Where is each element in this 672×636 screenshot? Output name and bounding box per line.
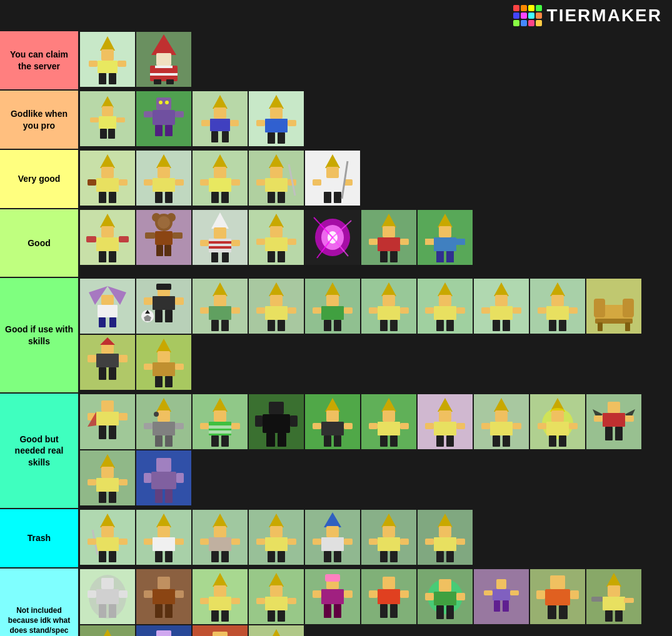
svg-rect-306 (101, 526, 114, 537)
tier-item[interactable] (79, 569, 136, 625)
svg-rect-138 (109, 317, 116, 327)
svg-rect-85 (99, 251, 106, 262)
tier-item[interactable] (529, 394, 586, 450)
tier-item[interactable] (79, 509, 136, 565)
tier-item[interactable] (192, 91, 248, 147)
svg-rect-2 (98, 61, 118, 73)
tier-item[interactable] (361, 509, 417, 565)
tier-item[interactable] (192, 569, 248, 625)
tier-item[interactable] (529, 569, 586, 625)
tier-item[interactable] (473, 569, 529, 625)
tier-items-d (79, 278, 672, 392)
tier-item[interactable] (79, 394, 136, 450)
tier-item[interactable] (136, 569, 192, 625)
tier-item[interactable] (304, 278, 361, 334)
tier-item[interactable] (304, 150, 361, 206)
tier-item[interactable] (136, 278, 192, 334)
tier-item[interactable] (473, 394, 529, 450)
tier-item[interactable] (192, 509, 248, 565)
tier-item[interactable] (136, 91, 192, 147)
svg-rect-296 (119, 479, 128, 485)
tier-item[interactable] (529, 278, 586, 334)
svg-rect-304 (165, 489, 173, 503)
svg-rect-25 (144, 111, 153, 117)
tier-item[interactable] (361, 278, 417, 334)
tier-item[interactable] (304, 569, 361, 625)
svg-marker-255 (381, 398, 396, 412)
svg-rect-323 (200, 539, 209, 545)
tier-item[interactable] (586, 394, 642, 450)
tier-item[interactable] (79, 209, 136, 266)
svg-rect-283 (559, 435, 566, 447)
logo-cell (536, 5, 542, 11)
tier-item[interactable] (136, 334, 192, 390)
svg-marker-57 (213, 154, 228, 168)
svg-rect-97 (214, 227, 226, 239)
tier-item[interactable] (192, 625, 248, 636)
tier-item[interactable] (586, 278, 642, 334)
svg-rect-357 (96, 589, 119, 604)
tier-item[interactable] (417, 394, 473, 450)
tier-items-a (79, 91, 672, 149)
tier-item[interactable] (248, 278, 304, 334)
tier-item[interactable] (586, 569, 642, 625)
tier-item[interactable] (248, 91, 304, 147)
svg-rect-256 (383, 410, 395, 422)
tier-item[interactable] (192, 278, 248, 334)
svg-rect-378 (256, 598, 265, 604)
svg-rect-400 (436, 605, 444, 619)
tier-item[interactable] (79, 450, 136, 506)
tier-item[interactable] (417, 569, 473, 625)
tier-item[interactable] (136, 625, 192, 636)
tier-item[interactable] (136, 394, 192, 450)
tier-item[interactable] (361, 209, 417, 266)
svg-rect-203 (625, 322, 630, 331)
tier-item[interactable] (304, 394, 361, 450)
tier-item[interactable] (79, 150, 136, 206)
svg-rect-173 (369, 307, 378, 314)
svg-rect-252 (344, 423, 353, 429)
tier-item[interactable] (248, 509, 304, 565)
tier-item[interactable] (248, 394, 304, 450)
tier-item[interactable] (417, 509, 473, 565)
tier-item[interactable] (136, 150, 192, 206)
tier-item[interactable] (417, 278, 473, 334)
tier-item[interactable] (361, 569, 417, 625)
svg-rect-325 (211, 551, 219, 562)
svg-rect-188 (513, 307, 521, 314)
tier-item[interactable] (361, 394, 417, 450)
tier-item[interactable] (248, 625, 304, 636)
tier-item[interactable] (248, 569, 304, 625)
tier-item[interactable] (192, 209, 248, 266)
svg-rect-361 (109, 604, 116, 618)
svg-rect-326 (221, 551, 229, 562)
svg-rect-94 (156, 245, 163, 256)
tier-item[interactable] (79, 31, 136, 87)
tier-item[interactable] (417, 209, 473, 266)
tier-item[interactable] (79, 625, 136, 636)
tier-item[interactable] (192, 150, 248, 206)
svg-marker-205 (100, 337, 115, 345)
tier-label-c: Good (0, 209, 79, 277)
tier-item[interactable] (304, 209, 361, 266)
tier-item[interactable] (248, 209, 304, 266)
tier-item[interactable] (136, 209, 192, 266)
svg-rect-91 (155, 231, 173, 245)
tier-item[interactable] (79, 334, 136, 390)
tier-item[interactable] (79, 278, 136, 334)
tier-item[interactable] (473, 278, 529, 334)
tier-row-s: You can claim the server (0, 31, 672, 91)
tier-item[interactable] (136, 31, 192, 87)
svg-rect-176 (390, 320, 398, 331)
tier-item[interactable] (79, 91, 136, 147)
tier-item[interactable] (248, 150, 304, 206)
svg-rect-45 (96, 178, 119, 192)
svg-rect-316 (144, 539, 153, 545)
tier-item[interactable] (136, 450, 192, 506)
svg-rect-82 (96, 237, 119, 251)
tier-item[interactable] (192, 394, 248, 450)
tier-row-g: Not included because idk what does stand… (0, 569, 672, 636)
tier-item[interactable] (304, 509, 361, 565)
svg-rect-406 (494, 600, 500, 612)
tier-item[interactable] (136, 509, 192, 565)
